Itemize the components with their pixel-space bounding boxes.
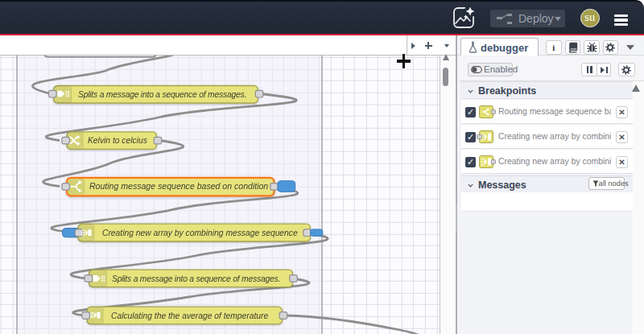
svg-text:Routing message sequence based: Routing message sequence based on condit… bbox=[89, 181, 268, 191]
svg-text:Kelvin to celcius: Kelvin to celcius bbox=[88, 136, 147, 145]
svg-text:Splits a message into a sequen: Splits a message into a sequence of mess… bbox=[78, 90, 246, 99]
svg-text:Splits a message into a sequen: Splits a message into a sequence of mess… bbox=[112, 274, 280, 283]
svg-text:Creating new array by combinin: Creating new array by combining message … bbox=[102, 229, 298, 237]
svg-text:Calculating the the average of: Calculating the the average of temperatu… bbox=[111, 311, 268, 320]
